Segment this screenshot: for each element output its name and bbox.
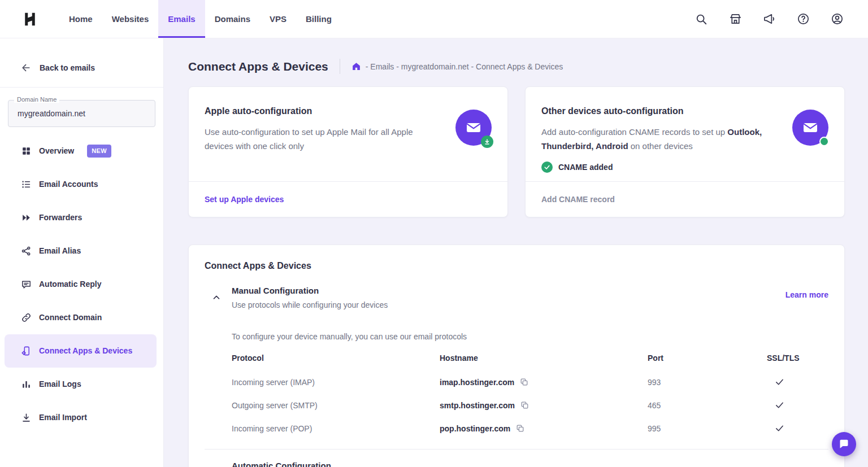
port-value: 465 [648, 401, 767, 410]
sidebar-item-email-alias[interactable]: Email Alias [5, 234, 157, 268]
collapse-section-button[interactable] [211, 293, 223, 304]
port-value: 995 [648, 424, 767, 433]
link-icon [20, 312, 32, 324]
col-ssl: SSL/TLS [767, 353, 828, 363]
sidebar-item-automatic-reply[interactable]: Automatic Reply [5, 268, 157, 301]
copy-hostname-button[interactable] [520, 378, 528, 386]
account-button[interactable] [830, 12, 844, 27]
envelope-icon [801, 119, 819, 137]
desc-suffix: on other devices [628, 141, 693, 151]
connect-apps-devices-panel: Connect Apps & Devices Manual Configurat… [188, 245, 845, 467]
back-label: Back to emails [40, 63, 95, 72]
help-button[interactable] [796, 12, 810, 27]
topbar-icons [694, 0, 868, 38]
breadcrumb-text: - Emails - mygreatdomain.net - Connect A… [366, 62, 563, 71]
nav-home[interactable]: Home [59, 0, 102, 38]
sidebar-item-connect-apps-devices[interactable]: Connect Apps & Devices [5, 334, 157, 368]
home-icon[interactable] [351, 62, 361, 71]
megaphone-icon [763, 12, 776, 25]
sidebar-item-label: Email Import [39, 412, 87, 424]
mail-circle-icon [455, 110, 492, 146]
sidebar-menu: Overview NEW Email Accounts Forwarders E… [5, 134, 157, 434]
auto-config-cards: Apple auto-configuration Use auto-config… [188, 86, 845, 217]
port-value: 993 [648, 378, 767, 387]
chat-icon [20, 279, 32, 290]
download-badge-icon [481, 136, 493, 148]
desc-prefix: Add auto-configuration CNAME records to … [541, 127, 727, 137]
nav-billing[interactable]: Billing [296, 0, 341, 38]
sidebar-item-label: Email Alias [39, 245, 81, 257]
header-divider [340, 59, 340, 74]
add-cname-record-button[interactable]: Add CNAME record [526, 181, 844, 217]
copy-hostname-button[interactable] [520, 401, 529, 409]
support-chat-button[interactable] [832, 432, 856, 456]
sidebar-item-connect-domain[interactable]: Connect Domain [5, 301, 157, 334]
apple-auto-config-card: Apple auto-configuration Use auto-config… [188, 86, 508, 217]
manual-configuration-body: To configure your device manually, you c… [232, 332, 828, 440]
forward-icon [20, 212, 32, 224]
cname-status: CNAME added [541, 162, 776, 173]
share-icon [20, 246, 32, 257]
protocol-name: Incoming server (IMAP) [232, 378, 440, 387]
store-icon [729, 12, 742, 25]
sidebar-item-label: Connect Domain [39, 312, 102, 324]
manual-config-subtitle: Use protocols while configuring your dev… [232, 300, 785, 309]
sidebar-item-email-logs[interactable]: Email Logs [5, 368, 157, 401]
nav-websites[interactable]: Websites [102, 0, 159, 38]
nav-domains[interactable]: Domains [205, 0, 260, 38]
sidebar-item-label: Email Accounts [39, 178, 98, 190]
protocols-table: Protocol Hostname Port SSL/TLS Incoming … [232, 353, 828, 440]
section-divider [205, 449, 828, 449]
protocol-name: Outgoing server (SMTP) [232, 401, 440, 410]
domain-name-value: mygreatdomain.net [18, 109, 85, 118]
mail-circle-icon [792, 110, 828, 146]
hostname-value: imap.hostinger.com [440, 378, 514, 387]
sidebar-divider [0, 87, 163, 88]
sidebar-item-email-accounts[interactable]: Email Accounts [5, 168, 157, 201]
bars-icon [20, 379, 32, 390]
hostinger-logo-icon [21, 11, 38, 28]
page-title: Connect Apps & Devices [188, 60, 328, 73]
topbar: Home Websites Emails Domains VPS Billing [0, 0, 868, 38]
learn-more-link[interactable]: Learn more [785, 290, 828, 299]
protocols-table-header: Protocol Hostname Port SSL/TLS [232, 353, 828, 370]
cname-status-text: CNAME added [558, 163, 613, 172]
ssl-enabled [767, 377, 828, 387]
sidebar-item-email-import[interactable]: Email Import [5, 401, 157, 434]
set-up-apple-devices-button[interactable]: Set up Apple devices [189, 181, 507, 217]
hostname-value: pop.hostinger.com [440, 424, 510, 433]
table-row-smtp: Outgoing server (SMTP) smtp.hostinger.co… [232, 394, 828, 417]
nav-vps[interactable]: VPS [260, 0, 296, 38]
sidebar-item-label: Email Logs [39, 378, 81, 390]
page-header: Connect Apps & Devices - Emails - mygrea… [188, 38, 845, 74]
search-button[interactable] [694, 12, 709, 27]
store-button[interactable] [728, 12, 743, 27]
sidebar-item-label: Automatic Reply [39, 278, 101, 290]
manual-config-title: Manual Configuration [232, 286, 785, 295]
main-nav: Home Websites Emails Domains VPS Billing [59, 0, 341, 38]
col-port: Port [648, 353, 767, 363]
search-icon [695, 13, 708, 25]
account-icon [831, 12, 844, 25]
sidebar-item-overview[interactable]: Overview NEW [5, 134, 157, 168]
copy-hostname-button[interactable] [516, 424, 524, 433]
manual-configuration-header: Manual Configuration Use protocols while… [205, 286, 828, 309]
chevron-up-icon [211, 293, 222, 303]
announcements-button[interactable] [762, 12, 776, 27]
hostinger-logo[interactable] [0, 0, 59, 38]
ssl-check-icon [775, 377, 784, 387]
back-to-emails-link[interactable]: Back to emails [20, 62, 163, 73]
col-protocol: Protocol [232, 353, 440, 363]
automatic-configuration-title: Automatic Configuration [232, 461, 828, 467]
protocol-name: Incoming server (POP) [232, 424, 440, 433]
download-icon [20, 412, 32, 424]
domain-name-field: Domain Name mygreatdomain.net [8, 100, 155, 127]
table-row-pop: Incoming server (POP) pop.hostinger.com … [232, 417, 828, 440]
grid-icon [20, 146, 32, 157]
main-content: Connect Apps & Devices - Emails - mygrea… [164, 38, 868, 467]
apple-card-title: Apple auto-configuration [205, 106, 440, 116]
other-devices-auto-config-card: Other devices auto-configuration Add aut… [525, 86, 845, 217]
device-gear-icon [20, 346, 32, 357]
sidebar-item-forwarders[interactable]: Forwarders [5, 201, 157, 234]
nav-emails[interactable]: Emails [158, 0, 205, 38]
